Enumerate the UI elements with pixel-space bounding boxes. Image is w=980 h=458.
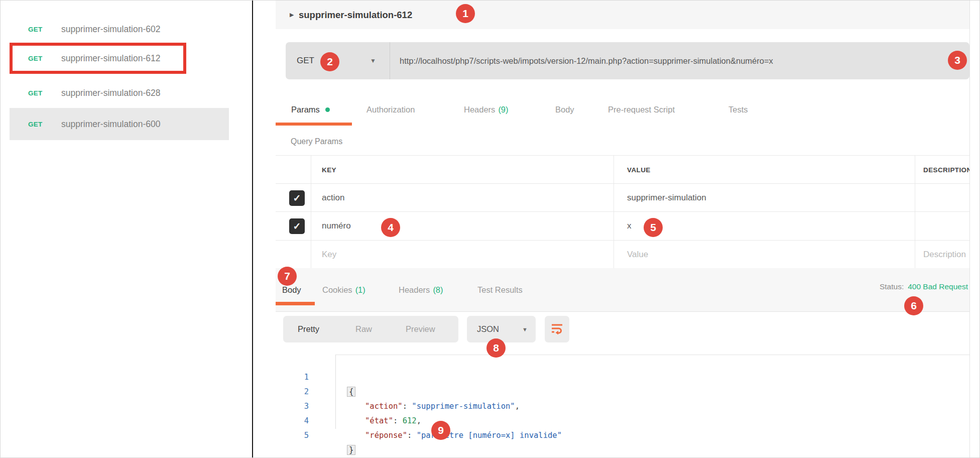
tab-label: Test Results [477, 285, 523, 295]
tab-label: Body [555, 105, 574, 114]
annotation-2: 2 [320, 52, 339, 71]
method-badge: GET [28, 121, 61, 128]
view-preview-button[interactable]: Preview [406, 316, 435, 342]
url-input[interactable]: http://localhost/php7/scripts-web/impots… [400, 42, 773, 79]
annotation-1: 1 [456, 4, 475, 23]
view-raw-button[interactable]: Raw [355, 316, 372, 342]
code-line: 3 "état": 612, [276, 385, 969, 399]
params-active-dot [325, 107, 330, 112]
method-badge: GET [28, 89, 61, 97]
column-header-key: KEY [322, 156, 336, 184]
tab-label: Headers [464, 105, 495, 114]
view-mode-switch: Pretty Raw Preview [283, 316, 458, 342]
tab-pre-request-script[interactable]: Pre-request Script [608, 97, 675, 122]
wrap-text-button[interactable] [545, 316, 569, 342]
response-header: Body Cookies (1) Headers (8) Test Result… [276, 268, 969, 312]
annotation-5: 5 [644, 218, 663, 237]
wrap-text-icon [550, 322, 564, 336]
format-dropdown[interactable]: JSON ▼ [467, 316, 536, 342]
code-line: 5 } [276, 414, 969, 428]
tab-label: Headers [399, 285, 430, 295]
param-value-cell[interactable]: x [627, 212, 632, 240]
annotation-7: 7 [278, 267, 297, 286]
method-badge: GET [28, 26, 61, 33]
param-key-placeholder[interactable]: Key [322, 241, 336, 268]
code-line: 1 { [276, 356, 969, 370]
query-params-heading: Query Params [291, 137, 342, 146]
tab-label: Pre-request Script [608, 105, 675, 114]
tab-count: (8) [433, 285, 443, 295]
code-line: 4 "réponse": "paramètre [numéro=x] inval… [276, 399, 969, 414]
row-checkbox[interactable]: ✓ [289, 218, 305, 234]
response-tab-cookies[interactable]: Cookies (1) [322, 274, 365, 305]
tab-authorization[interactable]: Authorization [366, 97, 415, 122]
active-tab-underline [276, 123, 352, 126]
tab-label: Body [282, 285, 301, 295]
response-tab-headers[interactable]: Headers (8) [399, 274, 443, 305]
param-value-cell[interactable]: supprimer-simulation [627, 184, 706, 211]
tab-label: Tests [728, 105, 748, 114]
row-checkbox[interactable]: ✓ [289, 190, 305, 206]
table-placeholder-row: Key Value Description [276, 241, 969, 268]
column-header-description: DESCRIPTION [923, 156, 970, 184]
annotation-8: 8 [486, 338, 506, 358]
sidebar-item-label: supprimer-simulation-600 [61, 119, 160, 130]
query-params-table: KEY VALUE DESCRIPTION ✓ action supprimer… [276, 155, 969, 268]
disclosure-triangle-icon[interactable]: ▶ [290, 1, 294, 29]
annotation-9: 9 [431, 421, 450, 440]
tab-label: Authorization [366, 105, 415, 114]
annotation-highlight-box [10, 43, 186, 74]
active-tab-underline [276, 302, 315, 305]
url-bar: GET ▼ http://localhost/php7/scripts-web/… [286, 42, 969, 79]
table-row: ✓ numéro x [276, 212, 969, 241]
view-pretty-button[interactable]: Pretty [298, 316, 319, 342]
tab-body[interactable]: Body [555, 97, 574, 122]
request-title-row: ▶ supprimer-simulation-612 [276, 1, 969, 29]
response-status: Status: 400 Bad Request [880, 268, 968, 305]
code-line: 2 "action": "supprimer-simulation", [276, 370, 969, 385]
sidebar-item-supprimer-simulation-600[interactable]: GET supprimer-simulation-600 [10, 108, 229, 140]
annotation-4: 4 [381, 218, 400, 237]
pane-divider[interactable] [252, 1, 253, 457]
divider [335, 355, 969, 355]
check-icon: ✓ [293, 192, 301, 204]
tab-count: (1) [355, 285, 365, 295]
status-label: Status: [880, 282, 904, 291]
tab-headers[interactable]: Headers (9) [464, 97, 509, 122]
line-number: 5 [276, 428, 309, 443]
chevron-down-icon[interactable]: ▼ [370, 42, 376, 79]
method-selector[interactable]: GET [297, 42, 314, 79]
column-header-value: VALUE [627, 156, 651, 184]
request-panel: ▶ supprimer-simulation-612 GET ▼ http://… [276, 1, 970, 457]
table-row: ✓ action supprimer-simulation [276, 184, 969, 212]
annotation-6: 6 [904, 296, 923, 315]
param-description-placeholder[interactable]: Description [923, 241, 966, 268]
response-body-viewer: 1 { 2 "action": "supprimer-simulation", … [276, 355, 969, 440]
tab-tests[interactable]: Tests [728, 97, 748, 122]
param-key-cell[interactable]: action [322, 184, 344, 211]
collection-sidebar: GET supprimer-simulation-602 GET supprim… [1, 1, 252, 457]
divider [390, 42, 390, 79]
sidebar-item-supprimer-simulation-602[interactable]: GET supprimer-simulation-602 [10, 14, 229, 45]
request-title: supprimer-simulation-612 [299, 1, 412, 29]
tab-label: Cookies [322, 285, 352, 295]
chevron-down-icon: ▼ [522, 316, 528, 342]
table-header-row: KEY VALUE DESCRIPTION [276, 156, 969, 184]
sidebar-item-supprimer-simulation-628[interactable]: GET supprimer-simulation-628 [10, 77, 229, 108]
annotation-3: 3 [948, 51, 967, 70]
tab-label: Params [291, 105, 320, 114]
app-window: GET supprimer-simulation-602 GET supprim… [0, 0, 980, 458]
response-tab-test-results[interactable]: Test Results [477, 274, 523, 305]
status-value: 400 Bad Request [908, 282, 968, 291]
check-icon: ✓ [293, 220, 301, 232]
tab-count: (9) [498, 105, 508, 114]
sidebar-item-label: supprimer-simulation-602 [61, 24, 160, 35]
param-key-cell[interactable]: numéro [322, 212, 351, 240]
param-value-placeholder[interactable]: Value [627, 241, 648, 268]
sidebar-item-label: supprimer-simulation-628 [61, 88, 160, 98]
tab-params[interactable]: Params [291, 97, 330, 122]
